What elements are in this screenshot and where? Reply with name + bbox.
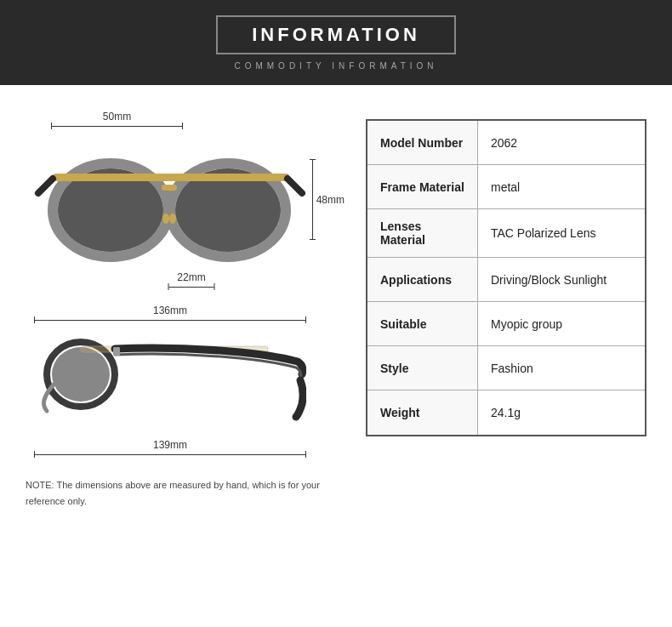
title-box: INFORMATION — [216, 15, 456, 54]
page-subtitle: COMMODITY INFORMATION — [234, 61, 437, 71]
svg-point-9 — [169, 214, 176, 224]
spec-value-2: TAC Polarized Lens — [478, 209, 645, 257]
svg-rect-4 — [53, 174, 289, 181]
svg-point-11 — [52, 347, 110, 402]
spec-label-6: Weight — [367, 390, 478, 435]
spec-value-6: 24.1g — [478, 390, 645, 435]
spec-row: Model Number 2062 — [367, 121, 645, 165]
dim-139-label: 139mm — [153, 439, 187, 451]
dim-50-area: 50mm — [51, 111, 349, 129]
svg-line-7 — [288, 179, 302, 193]
main-content: 50mm — [0, 85, 672, 627]
svg-rect-14 — [113, 347, 120, 356]
header-section: INFORMATION COMMODITY INFORMATION — [0, 0, 672, 85]
dim-22-area: 22mm — [168, 271, 215, 290]
spec-label-5: Style — [367, 346, 478, 390]
spec-value-0: 2062 — [478, 121, 645, 164]
spec-label-3: Applications — [367, 258, 478, 301]
spec-row: Suitable Myopic group — [367, 302, 645, 346]
dim-48-area: 48mm — [312, 159, 345, 240]
page-title: INFORMATION — [252, 24, 420, 45]
glasses-side-container — [34, 336, 349, 429]
spec-row: Applications Driving/Block Sunlight — [367, 258, 645, 302]
dim-50-label: 50mm — [103, 111, 131, 123]
dim-139-area: 139mm — [34, 439, 349, 458]
note-text: NOTE: The dimensions above are measured … — [26, 480, 320, 506]
spec-row: Style Fashion — [367, 346, 645, 390]
svg-line-6 — [38, 179, 53, 193]
glasses-front-container: 48mm 22mm — [34, 138, 349, 277]
spec-label-2: Lenses Material — [367, 209, 478, 257]
dim-136-area: 136mm — [34, 305, 349, 323]
svg-rect-5 — [162, 185, 177, 191]
left-panel: 50mm — [26, 111, 349, 610]
spec-row: Weight 24.1g — [367, 390, 645, 435]
svg-point-8 — [162, 214, 169, 224]
glasses-front-svg — [34, 138, 306, 274]
glasses-side-svg — [34, 336, 306, 425]
spec-label-1: Frame Material — [367, 165, 478, 208]
spec-value-4: Myopic group — [478, 302, 645, 345]
note-area: NOTE: The dimensions above are measured … — [26, 476, 349, 508]
dim-48-label: 48mm — [316, 194, 345, 206]
dim-136-label: 136mm — [153, 305, 187, 316]
spec-row: Frame Material metal — [367, 165, 645, 209]
spec-value-5: Fashion — [478, 346, 645, 390]
spec-label-4: Suitable — [367, 302, 478, 345]
dim-22-label: 22mm — [177, 271, 205, 283]
specs-table: Model Number 2062 Frame Material metal L… — [366, 119, 646, 436]
spec-value-3: Driving/Block Sunlight — [478, 258, 645, 301]
spec-value-1: metal — [478, 165, 645, 208]
spec-label-0: Model Number — [367, 121, 478, 164]
spec-row: Lenses Material TAC Polarized Lens — [367, 209, 645, 258]
